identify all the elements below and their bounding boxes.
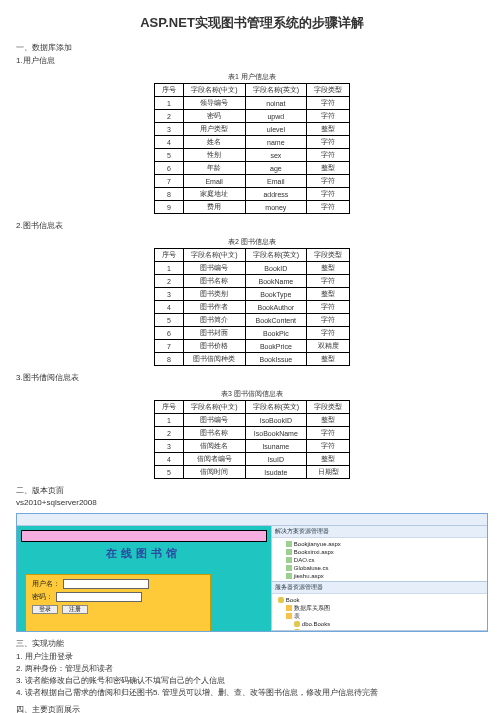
solution-explorer-header: 解决方案资源管理器 [272, 526, 487, 538]
table-cell: upwd [245, 110, 307, 123]
table-cell: 日期型 [307, 466, 350, 479]
table-2-caption: 表2 图书信息表 [16, 237, 488, 247]
folder-icon [286, 613, 292, 619]
table-cell: 图书名称 [183, 427, 245, 440]
list-item: 2. 两种身份：管理员和读者 [16, 663, 488, 674]
table-cell: IsoBookID [245, 414, 307, 427]
server-explorer-header: 服务器资源管理器 [272, 582, 487, 594]
table-cell: 字符 [307, 201, 350, 214]
server-explorer-tree[interactable]: Book数据库关系图表dbo.Booksdbo.Booklsscdbo.ujlw… [272, 594, 487, 631]
table-cell: money [245, 201, 307, 214]
table-row: 5借阅时间Isudate日期型 [154, 466, 349, 479]
table-header-cell: 字段类型 [307, 249, 350, 262]
table-cell: 图书简介 [183, 314, 245, 327]
web-page-preview: 在线图书馆 用户名： 密码： 登录 注册 [17, 526, 272, 631]
table-cell: 整型 [307, 414, 350, 427]
table-row: 4姓名name字符 [154, 136, 349, 149]
section-4-heading: 四、主要页面展示 [16, 704, 488, 713]
table-cell: 1 [154, 414, 183, 427]
table-cell: ulevel [245, 123, 307, 136]
table-3: 序号字段名称(中文)字段名称(英文)字段类型 1图书编号IsoBookID整型2… [154, 400, 350, 479]
table-cell: 字符 [307, 149, 350, 162]
list-item: 4. 读者根据自己需求的借阅和归还图书5. 管理员可以增、删、查、改等图书信息，… [16, 687, 488, 698]
table-header-cell: 字段名称(英文) [245, 401, 307, 414]
folder-icon [294, 629, 300, 631]
db-tables-node[interactable]: 表 [278, 612, 485, 620]
table-row: 2密码upwd字符 [154, 110, 349, 123]
table-cell: 7 [154, 175, 183, 188]
table-cell: 5 [154, 149, 183, 162]
table-row: 3用户类型ulevel整型 [154, 123, 349, 136]
username-input[interactable] [63, 579, 149, 589]
table-header-cell: 字段名称(中文) [183, 84, 245, 97]
db-diag-node[interactable]: 数据库关系图 [278, 604, 485, 612]
table-cell: 家庭地址 [183, 188, 245, 201]
password-input[interactable] [56, 592, 142, 602]
db-table-node[interactable]: dbo.Booklssc [278, 628, 485, 631]
table-cell: 整型 [307, 353, 350, 366]
folder-icon [278, 597, 284, 603]
table-cell: 4 [154, 136, 183, 149]
list-item: 3. 读者能修改自己的账号和密码确认不填写自己的个人信息 [16, 675, 488, 686]
table-cell: 字符 [307, 427, 350, 440]
table-row: 8图书借阅种类BookIssue整型 [154, 353, 349, 366]
table-cell: BookContent [245, 314, 307, 327]
table-row: 1领导编号noinat字符 [154, 97, 349, 110]
table-cell: 整型 [307, 123, 350, 136]
solution-item[interactable]: Bookxinxi.aspx [278, 548, 485, 556]
solution-item[interactable]: DAO.cs [278, 556, 485, 564]
solution-explorer-tree[interactable]: Bookjianyue.aspxBookxinxi.aspxDAO.csGlob… [272, 538, 487, 582]
table-cell: 图书封面 [183, 327, 245, 340]
sub-1: 1.用户信息 [16, 55, 488, 66]
solution-item[interactable]: jieshu.aspx [278, 572, 485, 580]
password-label: 密码： [32, 592, 53, 602]
table-1-caption: 表1 用户信息表 [16, 72, 488, 82]
solution-item[interactable]: Globaluse.cs [278, 564, 485, 572]
table-cell: 性别 [183, 149, 245, 162]
table-cell: 字符 [307, 301, 350, 314]
table-cell: 字符 [307, 97, 350, 110]
table-cell: sex [245, 149, 307, 162]
table-row: 1图书编号IsoBookID整型 [154, 414, 349, 427]
table-header-cell: 序号 [154, 84, 183, 97]
table-cell: 借阅姓名 [183, 440, 245, 453]
table-cell: 字符 [307, 175, 350, 188]
login-button[interactable]: 登录 [32, 605, 58, 614]
table-cell: 图书作者 [183, 301, 245, 314]
register-button[interactable]: 注册 [62, 605, 88, 614]
list-item: 1. 用户注册登录 [16, 651, 488, 662]
table-cell: 6 [154, 327, 183, 340]
table-cell: 8 [154, 353, 183, 366]
table-header-cell: 字段类型 [307, 84, 350, 97]
table-cell: 字符 [307, 110, 350, 123]
table-row: 1图书编号BookID整型 [154, 262, 349, 275]
table-cell: 密码 [183, 110, 245, 123]
username-label: 用户名： [32, 579, 60, 589]
table-cell: 姓名 [183, 136, 245, 149]
ide-toolbar [17, 514, 487, 526]
table-cell: Email [245, 175, 307, 188]
db-root-node[interactable]: Book [278, 596, 485, 604]
table-row: 3借阅姓名Isuname字符 [154, 440, 349, 453]
table-row: 2图书名称IsoBookName字符 [154, 427, 349, 440]
table-cell: 4 [154, 301, 183, 314]
table-cell: BookName [245, 275, 307, 288]
table-1: 序号字段名称(中文)字段名称(英文)字段类型 1领导编号noinat字符2密码u… [154, 83, 350, 214]
file-icon [286, 565, 292, 571]
table-cell: 5 [154, 314, 183, 327]
solution-item[interactable]: Bookjianyue.aspx [278, 540, 485, 548]
table-cell: 图书编号 [183, 262, 245, 275]
table-cell: 费用 [183, 201, 245, 214]
table-header-cell: 字段名称(中文) [183, 401, 245, 414]
table-cell: BookID [245, 262, 307, 275]
table-cell: 3 [154, 440, 183, 453]
table-cell: Isuname [245, 440, 307, 453]
page-banner-title: 在线图书馆 [17, 546, 271, 561]
table-cell: 整型 [307, 453, 350, 466]
table-cell: BookType [245, 288, 307, 301]
db-table-node[interactable]: dbo.Books [278, 620, 485, 628]
section-2-heading: 二、版本页面 [16, 485, 488, 496]
table-cell: Isudate [245, 466, 307, 479]
table-cell: 年龄 [183, 162, 245, 175]
file-icon [286, 549, 292, 555]
